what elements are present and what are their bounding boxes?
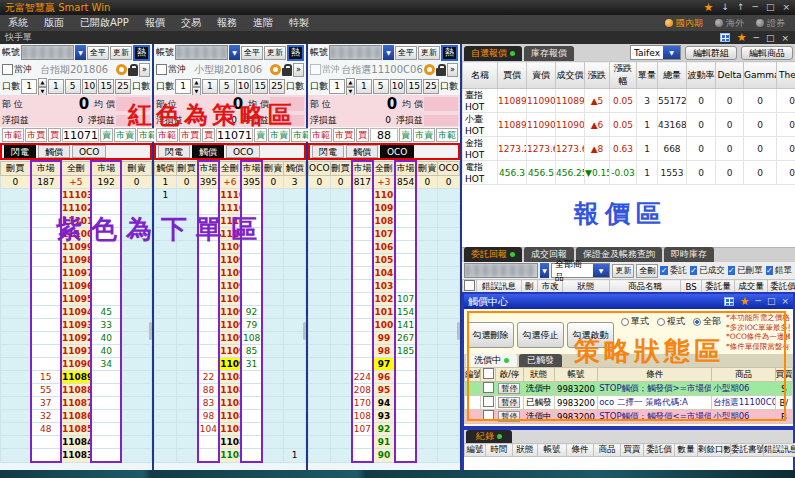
ladder-qty-cell[interactable] [198, 202, 220, 215]
lock-icon[interactable] [128, 68, 138, 76]
ladder-summary-cell[interactable]: 0 [176, 176, 198, 189]
ladder-qty-cell[interactable] [330, 254, 352, 267]
ladder-qty-cell[interactable] [262, 202, 284, 215]
ladder-qty-cell[interactable] [198, 319, 220, 332]
ladder-qty-cell[interactable] [395, 423, 417, 436]
ladder-qty-cell[interactable] [1, 384, 31, 397]
ladder-qty-cell[interactable] [416, 332, 438, 345]
ladder-qty-cell[interactable] [352, 332, 374, 345]
ladder-price-cell[interactable]: 11091 [219, 345, 241, 358]
ladder-qty-cell[interactable] [438, 280, 460, 293]
ladder-qty-cell[interactable] [241, 449, 263, 463]
ladder-summary-cell[interactable]: 0 [416, 176, 438, 189]
ladder-price-cell[interactable]: 110 [373, 189, 395, 202]
ladder-qty-cell[interactable] [438, 345, 460, 358]
ladder-qty-cell[interactable] [1, 410, 31, 423]
ladder-qty-cell[interactable] [1, 202, 31, 215]
ladder-qty-cell[interactable] [1, 306, 31, 319]
expand-button[interactable]: » [293, 63, 304, 77]
ladder-qty-cell[interactable] [438, 254, 460, 267]
ladder-qty-cell[interactable] [121, 358, 151, 371]
ladder-qty-cell[interactable] [416, 319, 438, 332]
radio-單式[interactable]: 單式 [621, 315, 649, 328]
ladder-qty-cell[interactable] [121, 202, 151, 215]
ladder-qty-cell[interactable]: 92 [241, 306, 263, 319]
ladder-price-cell[interactable]: 96 [373, 371, 395, 384]
daytrade-checkbox[interactable] [2, 64, 13, 75]
ladder-qty-cell[interactable] [330, 280, 352, 293]
ladder-qty-cell[interactable]: 108 [241, 332, 263, 345]
ladder-qty-cell[interactable] [284, 267, 306, 280]
favorite-icon[interactable]: ★ [740, 294, 750, 309]
ladder-qty-cell[interactable] [395, 397, 417, 410]
ladder-summary-cell[interactable]: 192 [91, 176, 121, 189]
ladder-qty-cell[interactable] [262, 241, 284, 254]
ladder-price-cell[interactable]: 11087 [219, 397, 241, 410]
ladder-qty-cell[interactable] [241, 384, 263, 397]
chevron-down-icon[interactable]: ▼ [540, 263, 549, 278]
ladder-qty-cell[interactable] [1, 332, 31, 345]
ladder-qty-cell[interactable] [395, 280, 417, 293]
market-toggle[interactable]: 證券 [756, 17, 785, 30]
ladder-qty-cell[interactable] [121, 332, 151, 345]
ladder-qty-cell[interactable] [91, 397, 121, 410]
expand-button[interactable]: » [139, 63, 150, 77]
ladder-qty-cell[interactable] [284, 423, 306, 436]
tab-log[interactable]: 紀錄 [466, 430, 512, 443]
buy-button[interactable]: 市買 [25, 128, 47, 142]
ladder-qty-cell[interactable] [330, 345, 352, 358]
ladder-price-cell[interactable]: 11092 [61, 332, 91, 345]
ladder-qty-cell[interactable] [198, 436, 220, 449]
hot-button[interactable]: 熱 [287, 45, 304, 61]
tab-觸價[interactable]: 觸價 [346, 145, 378, 158]
ladder-qty-cell[interactable]: 32 [31, 410, 61, 423]
ladder-qty-cell[interactable] [262, 293, 284, 306]
ladder-qty-cell[interactable] [31, 436, 61, 449]
ladder-qty-cell[interactable] [91, 371, 121, 384]
ladder-qty-cell[interactable] [241, 241, 263, 254]
ladder-qty-cell[interactable] [262, 371, 284, 384]
ladder-qty-cell[interactable] [176, 306, 198, 319]
ladder-qty-cell[interactable]: 45 [91, 306, 121, 319]
ladder-qty-cell[interactable] [155, 293, 177, 306]
ladder-price-cell[interactable]: 11083 [61, 449, 91, 463]
ladder-qty-cell[interactable] [91, 189, 121, 202]
ladder-qty-cell[interactable]: 224 [352, 371, 374, 384]
ladder-qty-cell[interactable] [416, 267, 438, 280]
ladder-price-cell[interactable]: 95 [373, 384, 395, 397]
ladder-qty-cell[interactable] [31, 241, 61, 254]
tab-觸價[interactable]: 觸價 [192, 145, 224, 158]
menu-item[interactable]: 進階 [253, 16, 273, 30]
ladder-qty-cell[interactable] [438, 423, 460, 436]
quantity-preset-button[interactable]: 15 [252, 79, 268, 94]
quantity-preset-button[interactable]: 1 [356, 79, 372, 94]
ladder-qty-cell[interactable] [91, 293, 121, 306]
ladder-qty-cell[interactable] [438, 358, 460, 371]
ladder-qty-cell[interactable] [262, 358, 284, 371]
ladder-summary-cell[interactable]: 395 [198, 176, 220, 189]
ladder-qty-cell[interactable] [176, 254, 198, 267]
ladder-qty-cell[interactable] [416, 228, 438, 241]
ladder-price-cell[interactable]: 109 [373, 202, 395, 215]
ladder-qty-cell[interactable]: 34 [91, 358, 121, 371]
ladder-price-cell[interactable]: 11103 [219, 189, 241, 202]
favorite-icon[interactable]: ★ [737, 31, 747, 44]
ladder-qty-cell[interactable] [1, 436, 31, 449]
ladder-qty-cell[interactable] [155, 215, 177, 228]
ladder-qty-cell[interactable] [352, 436, 374, 449]
ladder-summary-cell[interactable]: 3 [284, 176, 306, 189]
search-icon[interactable] [270, 64, 281, 75]
quantity-preset-button[interactable]: 5 [219, 79, 235, 94]
sell-button[interactable]: 市範 [436, 128, 458, 142]
ladder-qty-cell[interactable] [309, 449, 331, 463]
ladder-qty-cell[interactable] [284, 228, 306, 241]
tab-自選報價[interactable]: 自選報價 [464, 46, 522, 61]
ladder-qty-cell[interactable]: 208 [352, 384, 374, 397]
sell-button[interactable]: 賣 [100, 128, 113, 142]
ladder-qty-cell[interactable] [330, 241, 352, 254]
ladder-summary-cell[interactable]: +3 [373, 176, 395, 189]
ladder-qty-cell[interactable] [284, 254, 306, 267]
ladder-qty-cell[interactable] [31, 345, 61, 358]
buy-button[interactable]: 市買 [333, 128, 355, 142]
ladder-qty-cell[interactable] [198, 267, 220, 280]
